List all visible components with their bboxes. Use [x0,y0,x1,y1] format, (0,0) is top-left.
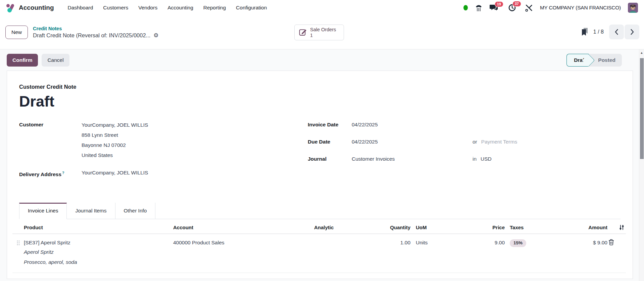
customer-address-line: United States [82,150,148,160]
form-sheet: Customer Credit Note Draft Customer Your… [7,71,633,279]
delivery-address-field[interactable]: YourCompany, JOEL WILLIS [82,168,148,179]
add-line-link[interactable]: Add a line [24,278,47,279]
cell-price[interactable]: 9.00 [445,238,505,247]
edit-document-icon [299,28,307,37]
customer-label: Customer [19,120,82,160]
app-name: Accounting [19,4,54,11]
drag-handle[interactable] [12,238,24,245]
add-note-link[interactable]: Add a note [100,278,125,279]
journal-field[interactable]: Customer Invoices [352,154,473,164]
cell-product-description: Aperol Spritz [24,247,173,257]
stat-button-value: 1 [310,33,336,38]
statusbar: Draft Posted [566,54,622,67]
status-draft[interactable]: Draft [566,54,589,67]
messages-button[interactable]: 19 [490,4,498,12]
bookmark-icon[interactable] [581,28,588,36]
help-question-icon: ? [62,171,64,175]
company-switcher[interactable]: MY COMPANY (SAN FRANCISCO) [540,5,621,11]
journal-label: Journal [308,154,352,164]
status-action-bar: Confirm Cancel Draft Posted [0,50,644,71]
due-date-label: Due Date [308,137,352,147]
list-footer-links: Add a line Add a section Add a note Cata… [12,273,626,279]
menu-dashboard[interactable]: Dashboard [64,1,97,15]
breadcrumb-parent-link[interactable]: Credit Notes [33,26,159,31]
currency-field[interactable]: USD [481,154,492,164]
cancel-button[interactable]: Cancel [42,54,69,67]
stat-button-label: Sale Orders [310,27,336,33]
menu-configuration[interactable]: Configuration [232,1,270,15]
col-amount[interactable]: Amount [572,225,607,230]
payment-terms-field[interactable]: Payment Terms [481,137,517,147]
document-type-label: Customer Credit Note [19,84,621,90]
delivery-address-label: Delivery Address [19,171,61,177]
control-panel: New Credit Notes Draft Credit Note (Reve… [0,15,644,49]
invoice-lines-table: Product Account Analytic Quantity UoM Pr… [12,220,626,279]
chevron-left-icon [615,29,618,35]
document-title: Draft [19,93,621,110]
cell-quantity[interactable]: 1.00 [381,238,410,247]
right-field-group: Invoice Date 04/22/2025 Due Date 04/22/2… [308,120,621,171]
invoice-date-label: Invoice Date [308,120,352,129]
add-section-link[interactable]: Add a section [58,278,89,279]
confirm-button[interactable]: Confirm [7,54,38,67]
notebook-tabs: Invoice Lines Journal Items Other Info [19,203,621,219]
user-avatar[interactable] [628,3,638,13]
breadcrumb-current: Draft Credit Note (Reversal of: INV/2025… [33,32,150,39]
customer-address-line: Bayonne NJ 07002 [82,140,148,150]
sale-orders-stat-button[interactable]: Sale Orders 1 [294,25,344,40]
col-quantity[interactable]: Quantity [381,225,410,230]
pager-previous-button[interactable] [609,25,624,39]
voip-phone-button[interactable] [475,4,483,11]
breadcrumb: Credit Notes Draft Credit Note (Reversal… [33,26,159,39]
tab-other-info[interactable]: Other Info [115,203,156,219]
cell-uom[interactable]: Units [410,238,445,247]
pager-next-button[interactable] [625,25,639,39]
pager-counter: 1 / 8 [593,29,604,35]
app-switcher[interactable]: Accounting [6,3,54,12]
main-menu: Dashboard Customers Vendors Accounting R… [64,1,271,15]
tax-badge[interactable]: 15% [510,239,526,247]
menu-customers[interactable]: Customers [99,1,132,15]
col-account[interactable]: Account [173,225,314,230]
customer-name-field[interactable]: YourCompany, JOEL WILLIS [82,120,148,130]
debug-tools-button[interactable] [525,4,533,12]
or-label: or [473,137,477,147]
delete-line-icon[interactable] [608,239,614,245]
cell-account[interactable]: 400000 Product Sales [173,238,314,247]
online-status-icon [463,5,468,10]
table-header-row: Product Account Analytic Quantity UoM Pr… [12,220,626,234]
cell-product-description: Prosecco, aperol, soda [24,257,173,267]
col-uom[interactable]: UoM [410,225,445,230]
tab-journal-items[interactable]: Journal Items [67,203,115,219]
catalog-link[interactable]: Catalog [136,278,154,279]
left-field-group: Customer YourCompany, JOEL WILLIS 858 Ly… [19,120,308,187]
tab-invoice-lines[interactable]: Invoice Lines [19,203,67,219]
odoo-accounting-logo-icon [6,3,15,12]
chevron-right-icon [630,29,634,35]
gear-icon[interactable]: ⚙ [153,33,158,38]
optional-columns-icon[interactable] [619,225,625,230]
messages-count-badge: 19 [495,1,503,7]
pager: 1 / 8 [581,25,639,39]
col-price[interactable]: Price [445,225,505,230]
activities-count-badge: 37 [512,1,521,7]
cell-product[interactable]: [SE37] Aperol Spritz [24,238,173,247]
col-analytic[interactable]: Analytic [314,225,381,230]
invoice-date-field[interactable]: 04/22/2025 [352,120,473,129]
top-navbar: Accounting Dashboard Customers Vendors A… [0,0,644,15]
table-row[interactable]: [SE37] Aperol Spritz Aperol Spritz Prose… [12,234,626,273]
col-product[interactable]: Product [24,225,173,230]
due-date-field[interactable]: 04/22/2025 [352,137,473,147]
menu-accounting[interactable]: Accounting [164,1,197,15]
menu-reporting[interactable]: Reporting [200,1,230,15]
new-button[interactable]: New [5,26,28,39]
vertical-scrollbar[interactable]: ▲ [639,49,644,281]
scrollbar-thumb[interactable] [640,58,644,159]
scroll-up-icon[interactable]: ▲ [639,49,644,54]
activities-button[interactable]: 37 [508,4,516,12]
in-label: in [473,154,477,164]
menu-vendors[interactable]: Vendors [135,1,161,15]
col-taxes[interactable]: Taxes [505,225,572,230]
phone-icon [475,4,483,11]
tools-icon [525,4,533,12]
